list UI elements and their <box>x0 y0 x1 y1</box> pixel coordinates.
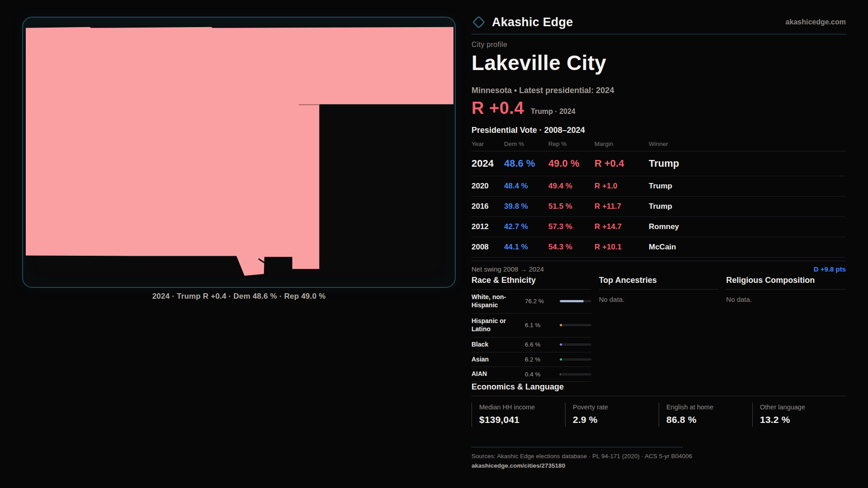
kicker-label: City profile <box>472 41 507 49</box>
footer-divider <box>472 447 683 447</box>
table-row: 2024 48.6 % 49.0 % R +0.4 Trump <box>472 151 846 176</box>
list-item: Black 6.6 % <box>472 338 591 352</box>
stat-value: 2.9 % <box>573 414 659 425</box>
economics-heading: Economics & Language <box>472 382 846 396</box>
cell-winner: Trump <box>649 158 846 169</box>
latest-margin-value: R +0.4 <box>472 99 524 118</box>
religion-heading: Religious Composition <box>726 276 846 290</box>
col-winner: Winner <box>649 141 846 147</box>
ancestries-column: Top Ancestries No data. <box>599 276 719 382</box>
stat-card: Poverty rate 2.9 % <box>565 403 659 427</box>
stat-card: Median HH income $139,041 <box>472 403 565 427</box>
cell-year: 2020 <box>472 182 504 191</box>
race-bar-fill <box>560 343 562 346</box>
cell-margin: R +1.0 <box>594 182 649 191</box>
cell-margin: R +10.1 <box>594 243 649 252</box>
race-bar-track <box>560 324 591 326</box>
city-shape <box>26 27 453 276</box>
page-title: Lakeville City <box>472 51 606 75</box>
city-boundary-map <box>23 18 455 287</box>
race-bar-fill <box>560 324 562 326</box>
net-swing-row: Net swing 2008 → 2024 D +9.8 pts <box>472 261 846 273</box>
race-label: White, non-Hispanic <box>472 293 525 310</box>
stat-label: Poverty rate <box>573 404 659 411</box>
vote-table-header: Year Dem % Rep % Margin Winner <box>472 138 846 151</box>
table-row: 2020 48.4 % 49.4 % R +1.0 Trump <box>472 176 846 197</box>
demographics-columns: Race & Ethnicity White, non-Hispanic 76.… <box>472 276 846 382</box>
site-domain-link[interactable]: akashicedge.com <box>786 18 846 26</box>
race-value: 76.2 % <box>525 298 559 305</box>
religion-empty-state: No data. <box>726 290 846 303</box>
header-bar: Akashic Edge akashicedge.com <box>472 14 846 31</box>
brand-name: Akashic Edge <box>492 15 573 29</box>
cell-year: 2016 <box>472 202 504 211</box>
cell-year: 2024 <box>472 158 504 169</box>
col-rep: Rep % <box>548 141 594 147</box>
vote-table: Year Dem % Rep % Margin Winner 2024 48.6… <box>472 138 846 258</box>
stat-value: $139,041 <box>479 414 565 425</box>
list-item: Asian 6.2 % <box>472 352 591 367</box>
cell-dem: 48.4 % <box>504 182 548 191</box>
cell-winner: Trump <box>649 182 846 191</box>
stat-value: 13.2 % <box>760 414 846 425</box>
race-value: 6.1 % <box>525 322 559 328</box>
race-value: 6.6 % <box>525 341 559 348</box>
col-dem: Dem % <box>504 141 548 147</box>
stat-label: Other language <box>760 404 846 411</box>
religion-column: Religious Composition No data. <box>726 276 846 382</box>
net-swing-value: D +9.8 pts <box>814 265 846 273</box>
sources-text: Sources: Akashic Edge elections database… <box>472 453 692 460</box>
race-bar-fill <box>560 373 561 375</box>
latest-margin-row: R +0.4 Trump · 2024 <box>472 99 576 118</box>
cell-winner: McCain <box>649 243 846 252</box>
race-bar-track <box>560 343 591 346</box>
race-value: 6.2 % <box>525 356 559 363</box>
stat-card: English at home 86.8 % <box>659 403 752 427</box>
race-ethnicity-column: Race & Ethnicity White, non-Hispanic 76.… <box>472 276 591 382</box>
race-bar-fill <box>560 300 584 302</box>
list-item: AIAN 0.4 % <box>472 367 591 382</box>
race-label: Asian <box>472 356 525 364</box>
race-label: Black <box>472 341 525 349</box>
latest-margin-context: Trump · 2024 <box>531 108 576 116</box>
profile-panel: Akashic Edge akashicedge.com City profil… <box>472 0 846 488</box>
cell-margin: R +11.7 <box>594 202 649 211</box>
race-bar-track <box>560 358 591 361</box>
cell-rep: 49.0 % <box>548 158 594 169</box>
vote-table-title: Presidential Vote · 2008–2024 <box>472 126 585 135</box>
ancestries-heading: Top Ancestries <box>599 276 719 290</box>
cell-dem: 39.8 % <box>504 202 548 211</box>
ancestries-empty-state: No data. <box>599 290 719 303</box>
economics-stat-cards: Median HH income $139,041 Poverty rate 2… <box>472 403 846 427</box>
race-bar-fill <box>560 358 562 361</box>
cell-rep: 49.4 % <box>548 182 594 191</box>
stat-label: English at home <box>666 404 752 411</box>
cell-dem: 42.7 % <box>504 222 548 231</box>
stat-value: 86.8 % <box>666 414 752 425</box>
page: 2024 · Trump R +0.4 · Dem 48.6 % · Rep 4… <box>0 0 868 488</box>
diamond-logo-icon <box>472 15 486 29</box>
cell-dem: 48.6 % <box>504 158 548 169</box>
cell-dem: 44.1 % <box>504 243 548 252</box>
cell-rep: 54.3 % <box>548 243 594 252</box>
col-margin: Margin <box>594 141 649 147</box>
race-label: Hispanic or Latino <box>472 317 525 333</box>
table-row: 2012 42.7 % 57.3 % R +14.7 Romney <box>472 217 846 237</box>
cell-margin: R +14.7 <box>594 222 649 231</box>
cell-year: 2012 <box>472 222 504 231</box>
table-row: 2016 39.8 % 51.5 % R +11.7 Trump <box>472 197 846 217</box>
stat-card: Other language 13.2 % <box>752 403 846 427</box>
cell-winner: Romney <box>649 222 846 231</box>
list-item: White, non-Hispanic 76.2 % <box>472 290 591 314</box>
cell-winner: Trump <box>649 202 846 211</box>
permalink-url[interactable]: akashicedge.com/cities/2735180 <box>472 462 565 469</box>
cell-rep: 51.5 % <box>548 202 594 211</box>
header-divider <box>472 34 846 34</box>
table-row: 2008 44.1 % 54.3 % R +10.1 McCain <box>472 237 846 258</box>
list-item: Hispanic or Latino 6.1 % <box>472 314 591 338</box>
net-swing-label: Net swing 2008 → 2024 <box>472 265 544 273</box>
race-bar-track <box>560 300 591 302</box>
col-year: Year <box>472 141 504 147</box>
cell-margin: R +0.4 <box>594 158 649 169</box>
stat-label: Median HH income <box>479 404 565 411</box>
